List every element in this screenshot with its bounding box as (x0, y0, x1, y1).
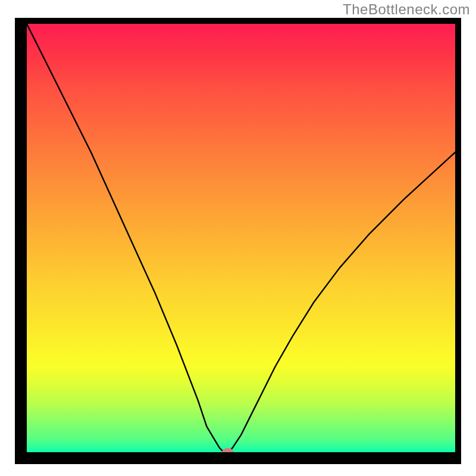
chart-frame (15, 18, 461, 464)
plot-area (27, 24, 455, 452)
optimum-marker (222, 448, 234, 452)
chart-root: TheBottleneck.com (0, 0, 476, 476)
watermark-text: TheBottleneck.com (343, 1, 470, 18)
bottleneck-curve-path (27, 24, 455, 452)
bottleneck-curve-svg (27, 24, 455, 452)
